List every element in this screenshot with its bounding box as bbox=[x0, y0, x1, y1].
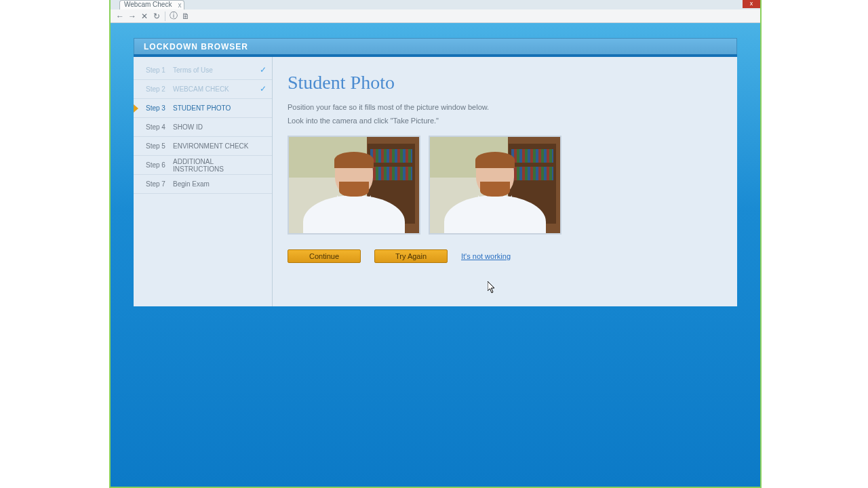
page-body: LOCKDOWN BROWSER Step 1 Terms of Use ✓ S… bbox=[111, 23, 760, 487]
not-working-link[interactable]: It's not working bbox=[461, 252, 511, 260]
instruction-line-2: Look into the camera and click "Take Pic… bbox=[288, 117, 718, 125]
action-row: Continue Try Again It's not working bbox=[288, 249, 718, 263]
tab-title: Webcam Check bbox=[124, 1, 172, 8]
back-button[interactable]: ← bbox=[115, 11, 125, 22]
stop-button[interactable]: ✕ bbox=[139, 11, 150, 22]
step-number: Step 4 bbox=[146, 123, 173, 131]
window-close-button[interactable]: x bbox=[743, 0, 760, 8]
photo-row bbox=[288, 136, 718, 235]
step-label: Terms of Use bbox=[173, 66, 256, 74]
step-label: SHOW ID bbox=[173, 123, 256, 131]
step-number: Step 6 bbox=[146, 161, 173, 169]
step-number: Step 7 bbox=[146, 180, 173, 188]
browser-tab[interactable]: Webcam Check x bbox=[119, 0, 184, 9]
step-number: Step 2 bbox=[146, 85, 173, 93]
webcam-preview-live bbox=[288, 136, 420, 235]
step-additional-instructions[interactable]: Step 6 ADDITIONAL INSTRUCTIONS bbox=[134, 156, 272, 175]
step-number: Step 1 bbox=[146, 66, 173, 74]
page-title: Student Photo bbox=[288, 72, 718, 94]
step-student-photo[interactable]: Step 3 STUDENT PHOTO bbox=[134, 99, 272, 118]
step-label: ENVIRONMENT CHECK bbox=[173, 142, 256, 150]
check-icon: ✓ bbox=[260, 65, 267, 75]
viewport: Webcam Check x x ← → ✕ ↻ ⓘ 🗎 LOCKDOWN BR… bbox=[0, 0, 868, 488]
step-label: Begin Exam bbox=[173, 180, 256, 188]
step-label: ADDITIONAL INSTRUCTIONS bbox=[173, 158, 256, 173]
browser-window: Webcam Check x x ← → ✕ ↻ ⓘ 🗎 LOCKDOWN BR… bbox=[109, 0, 762, 488]
webcam-preview-captured bbox=[429, 136, 561, 235]
step-number: Step 3 bbox=[146, 104, 173, 112]
step-label: WEBCAM CHECK bbox=[173, 85, 256, 93]
step-number: Step 5 bbox=[146, 142, 173, 150]
tab-strip: Webcam Check x x bbox=[111, 0, 760, 9]
mouse-cursor-icon bbox=[488, 281, 496, 292]
app-title: LOCKDOWN BROWSER bbox=[144, 42, 248, 52]
app-header: LOCKDOWN BROWSER bbox=[134, 38, 737, 54]
step-label: STUDENT PHOTO bbox=[173, 104, 256, 112]
step-webcam-check[interactable]: Step 2 WEBCAM CHECK ✓ bbox=[134, 80, 272, 99]
app-panel: Step 1 Terms of Use ✓ Step 2 WEBCAM CHEC… bbox=[134, 54, 737, 306]
instruction-line-1: Position your face so it fills most of t… bbox=[288, 103, 718, 111]
step-begin-exam[interactable]: Step 7 Begin Exam bbox=[134, 175, 272, 194]
toolbar-separator bbox=[165, 12, 165, 21]
check-icon: ✓ bbox=[260, 84, 267, 94]
site-info-button[interactable]: ⓘ bbox=[168, 11, 179, 22]
page-identity-icon: 🗎 bbox=[180, 11, 191, 22]
step-show-id[interactable]: Step 4 SHOW ID bbox=[134, 118, 272, 137]
main-content: Student Photo Position your face so it f… bbox=[273, 57, 737, 306]
step-terms-of-use[interactable]: Step 1 Terms of Use ✓ bbox=[134, 61, 272, 80]
step-environment-check[interactable]: Step 5 ENVIRONMENT CHECK bbox=[134, 137, 272, 156]
browser-toolbar: ← → ✕ ↻ ⓘ 🗎 bbox=[111, 9, 760, 23]
try-again-button[interactable]: Try Again bbox=[374, 249, 448, 263]
reload-button[interactable]: ↻ bbox=[151, 11, 162, 22]
forward-button[interactable]: → bbox=[127, 11, 138, 22]
continue-button[interactable]: Continue bbox=[288, 249, 361, 263]
steps-sidebar: Step 1 Terms of Use ✓ Step 2 WEBCAM CHEC… bbox=[134, 57, 273, 306]
tab-close-icon[interactable]: x bbox=[178, 1, 181, 9]
